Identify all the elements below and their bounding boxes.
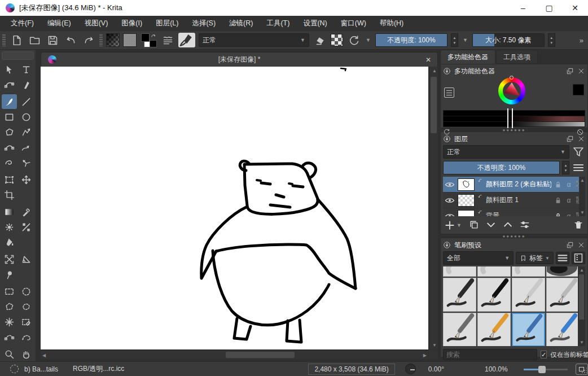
toolbar-overflow-button[interactable]: » (580, 36, 586, 45)
ellipse-tool[interactable] (19, 110, 34, 124)
toolbox-header[interactable] (2, 51, 34, 60)
layer-lock-icon[interactable] (554, 180, 563, 189)
fill-tool[interactable] (2, 235, 17, 250)
display-settings-button[interactable] (572, 252, 585, 264)
scroll-left-icon[interactable]: ◀ (42, 353, 46, 358)
similar-select-tool[interactable] (19, 314, 34, 329)
freehand-select-tool[interactable] (19, 299, 34, 314)
brush-preset-fineliner[interactable] (546, 278, 580, 312)
canvas-rotation-knob[interactable] (405, 364, 416, 374)
opacity-spinner[interactable]: ▲▼ (451, 33, 458, 47)
docker-lock-icon[interactable] (443, 241, 451, 249)
layer-opacity-spinner[interactable]: ▲▼ (562, 161, 569, 174)
zoom-slider-handle[interactable] (538, 366, 546, 373)
alpha-lock-icon[interactable]: α (564, 180, 573, 189)
scroll-down-icon[interactable]: ▼ (580, 340, 584, 345)
color-sampler-tool[interactable] (19, 204, 34, 219)
reset-colors-icon[interactable] (443, 128, 451, 136)
docker-lock-icon[interactable] (443, 67, 451, 75)
menu-item-6[interactable]: 滤镜(R) (223, 16, 259, 30)
scroll-right-icon[interactable]: ▶ (423, 353, 427, 358)
brush-preset-pen[interactable] (477, 278, 511, 312)
selection-mode-icon[interactable] (10, 365, 19, 373)
color-history-strips[interactable] (443, 110, 585, 127)
chevron-down-icon[interactable]: ▼ (462, 37, 469, 43)
tab-tool-options[interactable]: 工具选项 (496, 50, 538, 64)
line-tool[interactable] (19, 94, 34, 109)
layer-row[interactable]: 颜料图层 1α (443, 193, 585, 208)
menu-item-4[interactable]: 图层(L) (150, 16, 185, 30)
pattern-edit-tool[interactable] (2, 220, 17, 234)
brush-preset-brush[interactable] (443, 313, 476, 346)
opacity-slider[interactable]: 不透明度: 100% (375, 33, 447, 47)
scroll-up-icon[interactable]: ▲ (432, 68, 437, 73)
swap-colors-icon[interactable] (150, 33, 157, 40)
foreground-background-colors[interactable] (140, 33, 157, 47)
menu-item-2[interactable]: 视图(V) (78, 16, 115, 30)
tab-advanced-color-selector[interactable]: 多功能拾色器 (440, 50, 495, 64)
menu-item-9[interactable]: 窗口(W) (335, 16, 372, 30)
polygon-select-tool[interactable] (2, 299, 17, 314)
layer-visibility-icon[interactable] (444, 211, 455, 217)
measure-tool[interactable] (19, 252, 34, 266)
polyline-tool[interactable] (19, 125, 34, 139)
layer-filter-button[interactable] (572, 145, 585, 159)
choose-workspace-button[interactable] (160, 33, 175, 47)
move-tool[interactable] (19, 172, 34, 187)
brush-preset-pen[interactable] (443, 278, 476, 312)
brush-preset-brush[interactable] (477, 313, 511, 346)
layer-list-scrollbar[interactable]: ▲ ▼ (579, 177, 585, 216)
ellipse-select-tool[interactable] (19, 284, 34, 299)
reload-brush-button[interactable] (346, 33, 361, 47)
layer-properties-button[interactable] (519, 219, 530, 232)
layer-visibility-icon[interactable] (444, 179, 455, 190)
menu-item-5[interactable]: 选择(S) (186, 16, 222, 30)
document-titlebar[interactable]: [未保存图像] * ✕ (41, 52, 438, 67)
contiguous-select-tool[interactable] (2, 314, 17, 329)
gradient-tool[interactable] (2, 204, 17, 219)
brush-tag-filter-dropdown[interactable]: 全部▼ (443, 251, 514, 265)
delete-layer-button[interactable] (573, 219, 584, 232)
foreground-color-swatch[interactable] (141, 33, 150, 42)
strip-slider-handle[interactable] (507, 108, 513, 128)
add-layer-button[interactable]: ▼ (444, 220, 463, 231)
layer-options-menu-button[interactable] (572, 161, 585, 174)
scroll-down-icon[interactable]: ▼ (432, 343, 437, 348)
brush-preset-airbrush[interactable] (546, 266, 580, 277)
select-shapes-tool[interactable] (2, 62, 17, 77)
new-document-button[interactable] (9, 33, 24, 47)
document-close-icon[interactable]: ✕ (424, 56, 433, 64)
calligraphy-tool[interactable] (19, 77, 34, 92)
maximize-button[interactable]: ▢ (536, 0, 562, 16)
brush-grid-scrollbar[interactable]: ▲ ▼ (578, 266, 585, 346)
brush-preset-eraser[interactable] (443, 266, 476, 277)
bezier-curve-tool[interactable] (2, 140, 17, 155)
crop-tool[interactable] (2, 187, 17, 202)
tag-button[interactable]: 标签 ▼ (516, 252, 554, 264)
layer-row[interactable]: 背景α (443, 208, 585, 216)
redo-button[interactable] (81, 33, 96, 47)
vertical-scrollbar[interactable]: ▲ ▼ (429, 67, 438, 349)
preserve-alpha-button[interactable] (331, 34, 343, 46)
transform-tool[interactable] (2, 172, 17, 187)
menu-item-3[interactable]: 图像(I) (115, 16, 148, 30)
move-layer-up-button[interactable] (502, 219, 514, 232)
blending-mode-dropdown[interactable]: 正常▼ (199, 33, 309, 47)
scroll-down-icon[interactable]: ▼ (580, 210, 585, 215)
rect-select-tool[interactable] (2, 284, 17, 299)
layer-lock-icon[interactable] (554, 212, 563, 217)
chevron-down-icon[interactable]: ▼ (365, 37, 372, 43)
layer-thumbnail[interactable] (458, 210, 475, 217)
assistants-tool[interactable] (2, 252, 17, 266)
close-docker-icon[interactable] (577, 241, 585, 249)
layer-blending-mode-dropdown[interactable]: 正常▼ (443, 145, 569, 159)
color-strip[interactable] (443, 121, 585, 127)
brush-preset-pen[interactable] (512, 278, 545, 312)
brush-preset-eraser[interactable] (477, 266, 511, 277)
color-strip[interactable] (443, 110, 585, 116)
close-button[interactable]: ✕ (562, 0, 588, 16)
pattern-chooser[interactable] (123, 33, 137, 47)
zoom-slider[interactable] (524, 365, 568, 373)
layer-row[interactable]: 颜料图层 2 (来自粘贴)α (443, 177, 585, 193)
toolbar-grip[interactable] (99, 34, 103, 46)
